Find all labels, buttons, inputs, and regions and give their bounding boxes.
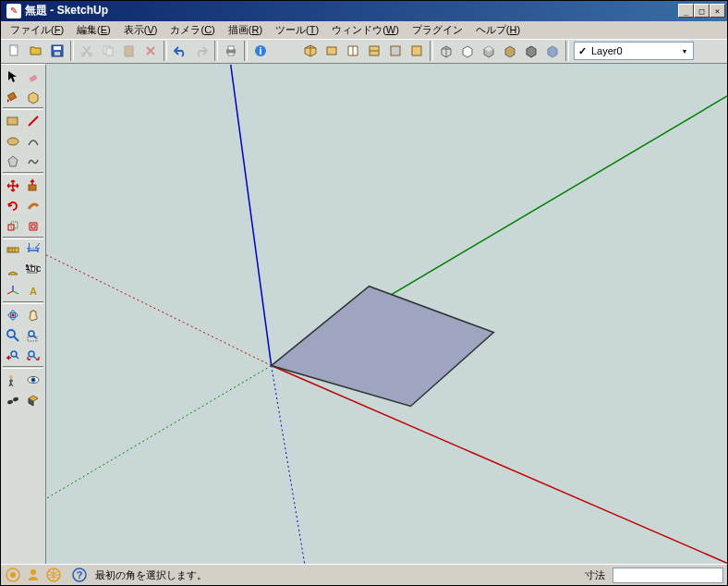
svg-rect-7 bbox=[106, 48, 113, 55]
dimension-tool[interactable]: 1.2 bbox=[23, 240, 42, 260]
position-camera-tool[interactable] bbox=[3, 370, 22, 389]
save-button[interactable] bbox=[47, 41, 67, 61]
svg-point-43 bbox=[6, 399, 13, 405]
front-view-button[interactable] bbox=[343, 41, 363, 61]
paint-tool[interactable] bbox=[3, 87, 22, 106]
zoom-extents-tool[interactable] bbox=[23, 346, 42, 365]
menu-help[interactable]: ヘルプ(H) bbox=[470, 21, 526, 39]
status-hint: 最初の角を選択します。 bbox=[91, 568, 577, 582]
line-tool[interactable] bbox=[23, 111, 42, 130]
layer-dropdown[interactable]: ✓ Layer0 ▼ bbox=[574, 42, 694, 60]
menu-file[interactable]: ファイル(F) bbox=[5, 21, 69, 39]
walk-tool[interactable] bbox=[3, 390, 22, 409]
freehand-tool[interactable] bbox=[23, 152, 42, 171]
component-tool[interactable] bbox=[23, 87, 42, 106]
undo-button[interactable] bbox=[170, 41, 190, 61]
menubar: ファイル(F) 編集(E) 表示(V) カメラ(C) 描画(R) ツール(T) … bbox=[1, 21, 727, 39]
menu-plugin[interactable]: プラグイン bbox=[406, 21, 468, 39]
protractor-tool[interactable] bbox=[3, 261, 22, 280]
svg-rect-18 bbox=[412, 46, 421, 55]
eraser-tool[interactable] bbox=[23, 67, 42, 86]
shaded-texture-button[interactable] bbox=[500, 41, 520, 61]
svg-point-34 bbox=[7, 330, 15, 337]
menu-camera[interactable]: カメラ(C) bbox=[164, 21, 220, 39]
circle-tool[interactable] bbox=[3, 131, 22, 151]
window-title: 無題 - SketchUp bbox=[25, 3, 678, 18]
status-geo-icon[interactable] bbox=[45, 567, 62, 583]
svg-rect-8 bbox=[125, 46, 133, 56]
wireframe-button[interactable] bbox=[436, 41, 456, 61]
axes-tool[interactable] bbox=[3, 281, 22, 300]
xray-button[interactable] bbox=[542, 41, 563, 61]
right-view-button[interactable] bbox=[364, 41, 384, 61]
redo-button[interactable] bbox=[191, 41, 212, 61]
3dtext-tool[interactable]: A bbox=[23, 281, 42, 300]
back-view-button[interactable] bbox=[385, 41, 406, 61]
svg-line-46 bbox=[46, 366, 272, 499]
shaded-button[interactable] bbox=[479, 41, 499, 61]
menu-window[interactable]: ウィンドウ(W) bbox=[326, 21, 405, 39]
maximize-button[interactable]: □ bbox=[694, 4, 710, 18]
svg-line-48 bbox=[231, 65, 272, 366]
monochrome-button[interactable] bbox=[521, 41, 541, 61]
arc-tool[interactable] bbox=[23, 131, 42, 151]
section-tool[interactable] bbox=[23, 390, 42, 409]
select-tool[interactable] bbox=[3, 67, 22, 86]
rectangle-tool[interactable] bbox=[3, 111, 22, 130]
svg-point-42 bbox=[32, 379, 34, 381]
zoom-window-tool[interactable] bbox=[23, 325, 42, 345]
close-button[interactable]: × bbox=[710, 4, 725, 18]
pan-tool[interactable] bbox=[23, 305, 42, 324]
svg-line-45 bbox=[46, 255, 272, 366]
hiddenline-button[interactable] bbox=[457, 41, 478, 61]
print-button[interactable] bbox=[221, 41, 241, 61]
scale-tool[interactable] bbox=[3, 216, 22, 236]
new-button[interactable] bbox=[5, 41, 25, 61]
open-button[interactable] bbox=[26, 41, 46, 61]
delete-button[interactable] bbox=[140, 41, 161, 61]
svg-rect-11 bbox=[228, 46, 234, 50]
left-view-button[interactable] bbox=[406, 41, 427, 61]
viewport-3d[interactable] bbox=[46, 64, 727, 564]
menu-edit[interactable]: 編集(E) bbox=[71, 21, 116, 39]
minimize-button[interactable]: _ bbox=[678, 4, 694, 18]
statusbar: ? 最初の角を選択します。 寸法 bbox=[1, 564, 727, 585]
offset-tool[interactable] bbox=[23, 216, 42, 236]
pushpull-tool[interactable] bbox=[23, 176, 42, 195]
svg-rect-17 bbox=[391, 46, 400, 55]
polygon-tool[interactable] bbox=[3, 152, 22, 171]
top-view-button[interactable] bbox=[322, 41, 342, 61]
model-info-button[interactable]: i bbox=[250, 41, 271, 61]
dimension-input[interactable] bbox=[613, 568, 723, 583]
text-tool[interactable]: Abc bbox=[23, 261, 42, 280]
look-around-tool[interactable] bbox=[23, 370, 42, 389]
svg-rect-0 bbox=[10, 45, 18, 55]
tape-tool[interactable] bbox=[3, 240, 22, 260]
svg-point-22 bbox=[7, 138, 18, 145]
rotate-tool[interactable] bbox=[3, 196, 22, 215]
main-toolbar: i ✓ Layer0 ▼ bbox=[1, 39, 727, 65]
move-tool[interactable] bbox=[3, 176, 22, 195]
paste-button[interactable] bbox=[119, 41, 140, 61]
svg-rect-12 bbox=[228, 53, 234, 55]
orbit-tool[interactable] bbox=[3, 305, 22, 324]
left-toolbar: 1.2 Abc A bbox=[1, 64, 46, 564]
menu-draw[interactable]: 描画(R) bbox=[223, 21, 268, 39]
help-icon[interactable]: ? bbox=[71, 567, 88, 583]
zoom-tool[interactable] bbox=[3, 325, 22, 345]
followme-tool[interactable] bbox=[23, 196, 42, 215]
iso-view-button[interactable] bbox=[300, 41, 321, 61]
svg-text:i: i bbox=[259, 45, 261, 56]
svg-line-47 bbox=[272, 366, 305, 564]
zoom-prev-tool[interactable] bbox=[3, 346, 22, 365]
svg-rect-3 bbox=[55, 52, 60, 55]
dropdown-icon: ▼ bbox=[678, 48, 691, 55]
menu-view[interactable]: 表示(V) bbox=[118, 21, 164, 39]
copy-button[interactable] bbox=[98, 41, 118, 61]
menu-tools[interactable]: ツール(T) bbox=[270, 21, 324, 39]
status-user-icon[interactable] bbox=[25, 567, 42, 583]
status-tip-icon[interactable] bbox=[5, 567, 21, 583]
cut-button[interactable] bbox=[77, 41, 97, 61]
svg-text:?: ? bbox=[77, 569, 83, 580]
svg-rect-9 bbox=[127, 45, 131, 47]
